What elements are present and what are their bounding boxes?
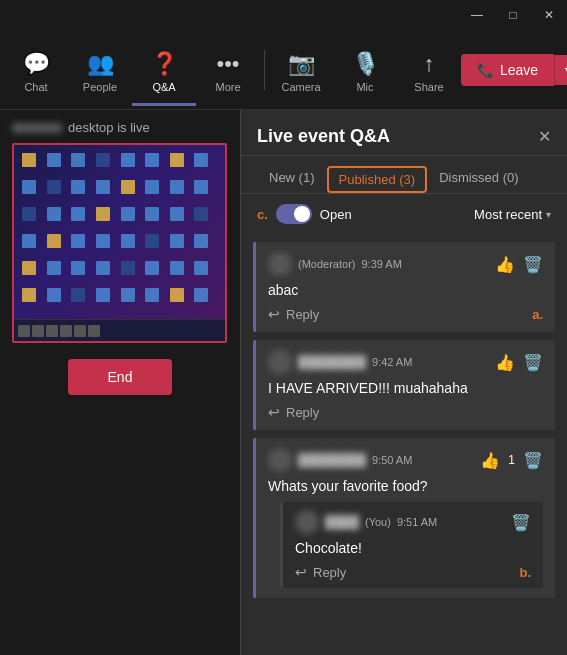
minimize-button[interactable]: — xyxy=(467,8,487,22)
stream-preview xyxy=(12,143,227,343)
qa-questions-list: (Moderator) 9:39 AM 👍 🗑️ abac ↩ Reply a. xyxy=(241,234,567,655)
desktop-icon xyxy=(145,153,159,167)
leave-button-group: 📞 Leave ▾ xyxy=(461,54,567,86)
avatar-3 xyxy=(268,448,292,472)
desktop-icon xyxy=(145,180,159,194)
desktop-icon xyxy=(194,153,208,167)
nav-share-label: Share xyxy=(414,81,443,93)
qa-item-3-header: ████████ 9:50 AM 👍 1 🗑️ xyxy=(268,448,543,472)
reply-username: ████ xyxy=(325,515,359,529)
maximize-button[interactable]: □ xyxy=(503,8,523,22)
tab-dismissed[interactable]: Dismissed (0) xyxy=(427,164,530,193)
avatar-1 xyxy=(268,252,292,276)
like-button-2[interactable]: 👍 xyxy=(495,353,515,372)
delete-button-3[interactable]: 🗑️ xyxy=(523,451,543,470)
tab-new[interactable]: New (1) xyxy=(257,164,327,193)
presenter-name-blurred xyxy=(12,123,62,133)
desktop-icon xyxy=(71,261,85,275)
more-icon: ••• xyxy=(216,51,239,77)
main-content: desktop is live xyxy=(0,110,567,655)
desktop-icon xyxy=(47,207,61,221)
chevron-down-icon: ▾ xyxy=(546,209,551,220)
reply-arrow-icon-2: ↩ xyxy=(268,404,280,420)
qa-reply-2[interactable]: ↩ Reply xyxy=(268,404,543,420)
nav-item-qa[interactable]: ❓ Q&A xyxy=(132,34,196,106)
taskbar-item xyxy=(46,325,58,337)
stream-status-text: desktop is live xyxy=(68,120,150,135)
desktop-icon xyxy=(47,261,61,275)
delete-reply-button[interactable]: 🗑️ xyxy=(511,513,531,532)
reply-label-1: Reply xyxy=(286,307,319,322)
desktop-icon xyxy=(96,288,110,302)
sort-dropdown[interactable]: Most recent ▾ xyxy=(474,207,551,222)
desktop-icon xyxy=(145,288,159,302)
title-bar: — □ ✕ xyxy=(0,0,567,30)
reply-time: 9:51 AM xyxy=(397,516,437,528)
taskbar-item xyxy=(88,325,100,337)
end-button[interactable]: End xyxy=(68,359,173,395)
nav-item-people[interactable]: 👥 People xyxy=(68,34,132,106)
tab-published[interactable]: Published (3) xyxy=(327,166,428,193)
desktop-icon xyxy=(22,234,36,248)
desktop-icons xyxy=(22,153,217,313)
qa-controls: c. Open Most recent ▾ xyxy=(241,194,567,234)
leave-dropdown-button[interactable]: ▾ xyxy=(554,55,567,85)
delete-button-2[interactable]: 🗑️ xyxy=(523,353,543,372)
reply-label-3: Reply xyxy=(313,565,346,580)
desktop-icon xyxy=(170,234,184,248)
qa-header: Live event Q&A ✕ xyxy=(241,110,567,156)
open-label: Open xyxy=(320,207,352,222)
qa-actions-2: 👍 🗑️ xyxy=(495,353,543,372)
delete-button-1[interactable]: 🗑️ xyxy=(523,255,543,274)
nav-item-camera[interactable]: 📷 Camera xyxy=(269,34,333,106)
desktop-icon xyxy=(71,234,85,248)
taskbar-item xyxy=(74,325,86,337)
desktop-icon xyxy=(194,180,208,194)
qa-item-2: ████████ 9:42 AM 👍 🗑️ I HAVE ARRIVED!!! … xyxy=(253,340,555,430)
desktop-icon xyxy=(22,180,36,194)
phone-icon: 📞 xyxy=(477,62,494,78)
nav-item-chat[interactable]: 💬 Chat xyxy=(4,34,68,106)
desktop-icon xyxy=(96,180,110,194)
like-button-1[interactable]: 👍 xyxy=(495,255,515,274)
nav-item-more[interactable]: ••• More xyxy=(196,34,260,106)
qa-text-1: abac xyxy=(268,282,543,298)
taskbar-item xyxy=(32,325,44,337)
like-count-3: 1 xyxy=(508,453,515,467)
moderator-label: (Moderator) xyxy=(298,258,355,270)
desktop-icon xyxy=(71,288,85,302)
leave-label: Leave xyxy=(500,62,538,78)
open-toggle[interactable] xyxy=(276,204,312,224)
qa-actions-1: 👍 🗑️ xyxy=(495,255,543,274)
nav-item-share[interactable]: ↑ Share xyxy=(397,34,461,106)
camera-icon: 📷 xyxy=(288,51,315,77)
qa-time-2: 9:42 AM xyxy=(372,356,412,368)
desktop-icon xyxy=(96,153,110,167)
avatar-2 xyxy=(268,350,292,374)
qa-panel: Live event Q&A ✕ New (1) Published (3) D… xyxy=(240,110,567,655)
nav-more-label: More xyxy=(215,81,240,93)
desktop-icon xyxy=(170,207,184,221)
qa-reply-1[interactable]: ↩ Reply a. xyxy=(268,306,543,322)
like-button-3[interactable]: 👍 xyxy=(480,451,500,470)
desktop-icon xyxy=(170,261,184,275)
taskbar xyxy=(14,319,225,341)
qa-title: Live event Q&A xyxy=(257,126,390,147)
desktop-icon xyxy=(22,288,36,302)
leave-main-button[interactable]: 📞 Leave xyxy=(461,54,554,86)
desktop-icon xyxy=(121,261,135,275)
taskbar-item xyxy=(18,325,30,337)
qa-text-3: Whats your favorite food? xyxy=(268,478,543,494)
desktop-icon xyxy=(194,234,208,248)
desktop-background xyxy=(14,145,225,341)
qa-icon: ❓ xyxy=(151,51,178,77)
qa-item-1: (Moderator) 9:39 AM 👍 🗑️ abac ↩ Reply a. xyxy=(253,242,555,332)
taskbar-item xyxy=(60,325,72,337)
nav-item-mic[interactable]: 🎙️ Mic xyxy=(333,34,397,106)
desktop-icon xyxy=(47,153,61,167)
desktop-icon xyxy=(47,288,61,302)
qa-reply-3[interactable]: ↩ Reply xyxy=(295,564,346,580)
qa-close-button[interactable]: ✕ xyxy=(538,127,551,146)
nav-qa-label: Q&A xyxy=(152,81,175,93)
close-button[interactable]: ✕ xyxy=(539,8,559,22)
